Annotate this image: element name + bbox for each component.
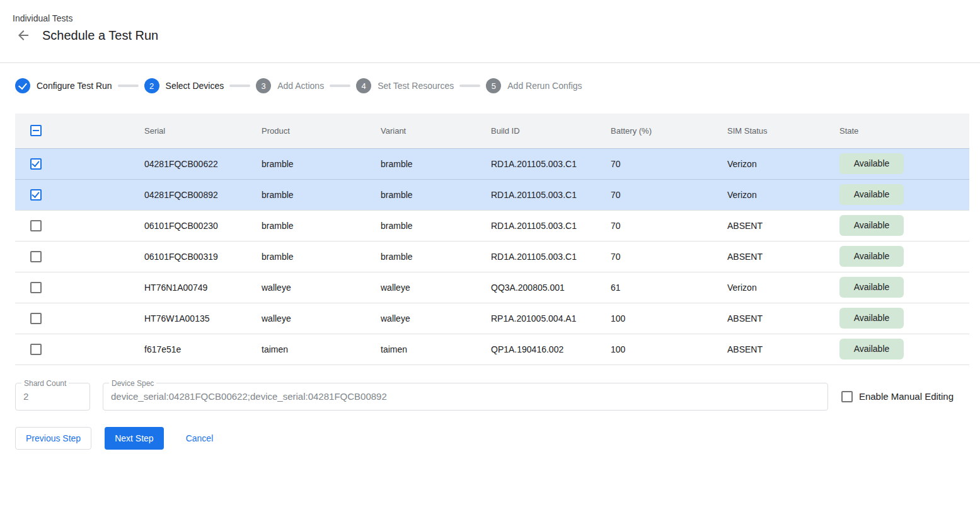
cell-variant: walleye bbox=[366, 272, 476, 303]
table-row[interactable]: 06101FQCB00230 bramble bramble RD1A.2011… bbox=[15, 210, 969, 241]
select-all-checkbox[interactable] bbox=[30, 125, 42, 136]
cell-sim-status: Verizon bbox=[712, 272, 824, 303]
row-checkbox[interactable] bbox=[30, 344, 42, 355]
device-table-body: 04281FQCB00622 bramble bramble RD1A.2011… bbox=[15, 148, 969, 365]
device-spec-value: device_serial:04281FQCB00622;device_seri… bbox=[103, 383, 827, 402]
cell-product: bramble bbox=[246, 241, 366, 272]
cell-sim-status: ABSENT bbox=[712, 241, 824, 272]
device-spec-field[interactable]: Device Spec device_serial:04281FQCB00622… bbox=[103, 383, 828, 411]
cell-sim-status: Verizon bbox=[712, 148, 824, 179]
breadcrumb: Individual Tests bbox=[13, 13, 72, 23]
step-3-add-actions[interactable]: 3Add Actions bbox=[256, 78, 324, 93]
step-number: 2 bbox=[144, 78, 159, 93]
cell-variant: walleye bbox=[366, 303, 476, 334]
arrow-back-icon bbox=[16, 28, 31, 43]
step-connector bbox=[330, 85, 350, 87]
cell-product: walleye bbox=[246, 272, 366, 303]
column-header-build-id: Build ID bbox=[476, 114, 596, 148]
cell-variant: taimen bbox=[366, 334, 476, 365]
state-badge: Available bbox=[839, 246, 904, 267]
step-connector bbox=[459, 85, 480, 87]
step-label: Select Devices bbox=[166, 81, 224, 91]
step-connector bbox=[118, 85, 139, 87]
column-header-state: State bbox=[824, 114, 969, 148]
back-button[interactable] bbox=[15, 27, 32, 44]
step-label: Add Actions bbox=[277, 81, 324, 91]
cell-build-id: QP1A.190416.002 bbox=[476, 334, 596, 365]
cell-product: taimen bbox=[246, 334, 366, 365]
step-2-select-devices[interactable]: 2Select Devices bbox=[144, 78, 224, 93]
cell-battery: 70 bbox=[596, 210, 712, 241]
cell-serial: 04281FQCB00892 bbox=[129, 179, 246, 210]
column-header-product: Product bbox=[246, 114, 366, 148]
cell-build-id: RP1A.201005.004.A1 bbox=[476, 303, 596, 334]
table-row[interactable]: 06101FQCB00319 bramble bramble RD1A.2011… bbox=[15, 241, 969, 272]
cell-serial: 06101FQCB00230 bbox=[129, 210, 246, 241]
enable-manual-editing[interactable]: Enable Manual Editing bbox=[841, 391, 954, 402]
cell-variant: bramble bbox=[366, 241, 476, 272]
cell-product: bramble bbox=[246, 210, 366, 241]
cell-battery: 70 bbox=[596, 179, 712, 210]
row-checkbox[interactable] bbox=[30, 251, 42, 262]
table-row[interactable]: f617e51e taimen taimen QP1A.190416.002 1… bbox=[15, 334, 969, 365]
column-header-battery: Battery (%) bbox=[596, 114, 712, 148]
state-badge: Available bbox=[839, 153, 904, 174]
state-badge: Available bbox=[839, 215, 904, 236]
button-row: Previous Step Next Step Cancel bbox=[15, 427, 965, 450]
row-checkbox[interactable] bbox=[30, 282, 42, 293]
step-5-add-rerun-configs[interactable]: 5Add Rerun Configs bbox=[486, 78, 582, 93]
cell-battery: 100 bbox=[596, 303, 712, 334]
cell-sim-status: ABSENT bbox=[712, 303, 824, 334]
step-connector bbox=[229, 85, 250, 87]
next-step-button[interactable]: Next Step bbox=[105, 427, 163, 450]
cell-product: walleye bbox=[246, 303, 366, 334]
shard-count-label: Shard Count bbox=[21, 379, 69, 388]
cell-variant: bramble bbox=[366, 210, 476, 241]
cell-build-id: RD1A.201105.003.C1 bbox=[476, 210, 596, 241]
step-1-configure-test-run[interactable]: Configure Test Run bbox=[15, 78, 112, 93]
stepper: Configure Test Run2Select Devices3Add Ac… bbox=[0, 63, 980, 108]
cell-serial: HT76W1A00135 bbox=[129, 303, 246, 334]
cancel-button[interactable]: Cancel bbox=[176, 427, 224, 450]
step-check-icon bbox=[15, 78, 30, 93]
row-checkbox[interactable] bbox=[30, 220, 42, 231]
table-header-row: Serial Product Variant Build ID Battery … bbox=[15, 114, 969, 148]
form-row: Shard Count 2 Device Spec device_serial:… bbox=[15, 383, 965, 411]
manual-editing-checkbox[interactable] bbox=[841, 391, 853, 402]
row-checkbox[interactable] bbox=[30, 158, 42, 170]
column-header-serial: Serial bbox=[129, 114, 246, 148]
state-badge: Available bbox=[839, 184, 904, 205]
step-number: 4 bbox=[356, 78, 371, 93]
state-badge: Available bbox=[839, 339, 904, 359]
previous-step-button[interactable]: Previous Step bbox=[15, 427, 91, 450]
step-number: 3 bbox=[256, 78, 271, 93]
device-table: Serial Product Variant Build ID Battery … bbox=[15, 114, 969, 365]
page-title: Schedule a Test Run bbox=[42, 28, 158, 43]
cell-variant: bramble bbox=[366, 148, 476, 179]
device-spec-label: Device Spec bbox=[109, 379, 156, 388]
row-checkbox[interactable] bbox=[30, 189, 42, 201]
state-badge: Available bbox=[839, 277, 904, 298]
step-4-set-test-resources[interactable]: 4Set Test Resources bbox=[356, 78, 454, 93]
table-row[interactable]: HT76N1A00749 walleye walleye QQ3A.200805… bbox=[15, 272, 969, 303]
cell-battery: 61 bbox=[596, 272, 712, 303]
row-checkbox[interactable] bbox=[30, 313, 42, 324]
cell-serial: f617e51e bbox=[129, 334, 246, 365]
cell-serial: 06101FQCB00319 bbox=[129, 241, 246, 272]
column-header-sim-status: SIM Status bbox=[712, 114, 824, 148]
cell-build-id: RD1A.201105.003.C1 bbox=[476, 148, 596, 179]
cell-sim-status: Verizon bbox=[712, 179, 824, 210]
column-header-variant: Variant bbox=[366, 114, 476, 148]
cell-battery: 70 bbox=[596, 148, 712, 179]
cell-build-id: RD1A.201105.003.C1 bbox=[476, 241, 596, 272]
table-row[interactable]: 04281FQCB00892 bramble bramble RD1A.2011… bbox=[15, 179, 969, 210]
table-row[interactable]: HT76W1A00135 walleye walleye RP1A.201005… bbox=[15, 303, 969, 334]
cell-serial: 04281FQCB00622 bbox=[129, 148, 246, 179]
shard-count-field[interactable]: Shard Count 2 bbox=[15, 383, 90, 411]
cell-battery: 100 bbox=[596, 334, 712, 365]
state-badge: Available bbox=[839, 308, 904, 329]
cell-product: bramble bbox=[246, 148, 366, 179]
table-row[interactable]: 04281FQCB00622 bramble bramble RD1A.2011… bbox=[15, 148, 969, 179]
step-label: Add Rerun Configs bbox=[507, 81, 582, 91]
cell-sim-status: ABSENT bbox=[712, 334, 824, 365]
